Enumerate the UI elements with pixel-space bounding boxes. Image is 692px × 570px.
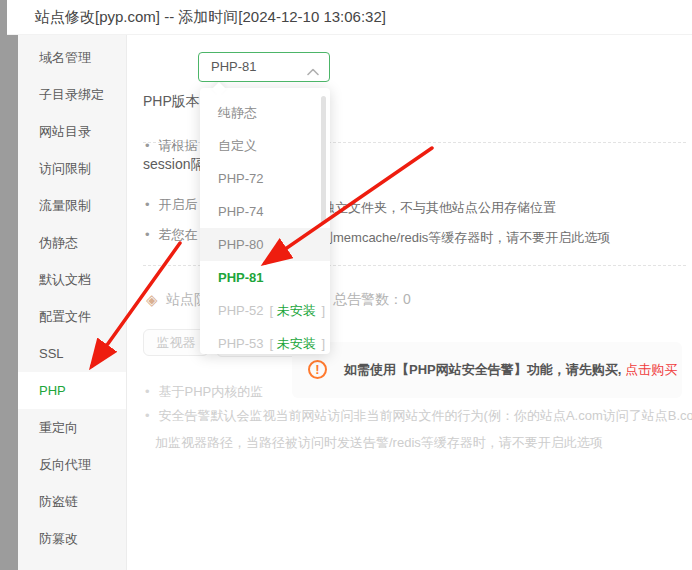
dropdown-option-php-80[interactable]: PHP-80 (200, 228, 330, 261)
dialog-title-bar: 站点修改[pyp.com] -- 添加时间[2024-12-10 13:06:3… (7, 0, 692, 35)
option-label: PHP-74 (218, 204, 264, 219)
option-label: PHP-81 (218, 270, 264, 285)
bracket-open: [ (270, 336, 277, 351)
note-security-line1: 安全告警默认会监视当前网站访问非当前网站文件的行为(例：你的站点A.com访问了… (145, 407, 692, 425)
sidebar-item-traffic-limit[interactable]: 流量限制 (18, 187, 126, 224)
bracket-open: [ (270, 303, 277, 318)
option-label: 纯静态 (218, 105, 257, 120)
option-label: PHP-52 (218, 303, 264, 318)
sidebar-item-reverse-proxy[interactable]: 反向代理 (18, 446, 126, 483)
sidebar-item-site-directory[interactable]: 网站目录 (18, 113, 126, 150)
warning-message: 如需使用【PHP网站安全告警】功能，请先购买, (344, 362, 621, 377)
sidebar-item-hotlink-protection[interactable]: 防盗链 (18, 483, 126, 520)
not-installed-badge: 未安装 (277, 303, 316, 318)
php-version-select[interactable]: PHP-81 (198, 52, 330, 82)
php-version-label: PHP版本 (143, 86, 200, 116)
option-label: PHP-80 (218, 237, 264, 252)
sidebar-item-php[interactable]: PHP (18, 372, 126, 409)
sidebar-item-subdir-binding[interactable]: 子目录绑定 (18, 76, 126, 113)
note-security-line2: 加监视器路径，当路径被访问时发送告警/redis等缓存器时，请不要开启此选项 (155, 434, 603, 452)
sidebar-item-ssl[interactable]: SSL (18, 335, 126, 372)
sidebar-item-default-document[interactable]: 默认文档 (18, 261, 126, 298)
page-edge-strip (0, 0, 18, 570)
site-modify-dialog: 站点修改[pyp.com] -- 添加时间[2024-12-10 13:06:3… (0, 0, 692, 570)
sidebar-item-domain-management[interactable]: 域名管理 (18, 39, 126, 76)
php-version-dropdown: 纯静态自定义PHP-72PHP-74PHP-80PHP-81PHP-52[ 未安… (200, 88, 330, 354)
bracket-close: ] (318, 336, 325, 351)
purchase-warning-box: ! 如需使用【PHP网站安全告警】功能，请先购买,点击购买 (292, 342, 682, 398)
option-label: PHP-72 (218, 171, 264, 186)
settings-sidebar: 域名管理子目录绑定网站目录访问限制流量限制伪静态默认文档配置文件SSLPHP重定… (18, 34, 127, 570)
dropdown-option-php-81[interactable]: PHP-81 (200, 261, 330, 294)
session-bullet-1-left: 开启后 (145, 196, 198, 214)
option-label: 自定义 (218, 138, 257, 153)
warning-text: 如需使用【PHP网站安全告警】功能，请先购买,点击购买 (344, 342, 677, 398)
bracket-close: ] (318, 303, 325, 318)
not-installed-badge: 未安装 (277, 336, 316, 351)
gem-icon: ◈ (146, 291, 158, 309)
dropdown-option-php-52[interactable]: PHP-52[ 未安装 ] (200, 294, 330, 327)
dropdown-scrollbar[interactable] (321, 96, 326, 224)
session-bullet-2-right: 到memcache/redis等缓存器时，请不要开启此选项 (320, 229, 610, 247)
php-version-selected-value: PHP-81 (211, 53, 257, 81)
total-alerts-label: 总告警数： (333, 291, 403, 307)
dropdown-option-custom[interactable]: 自定义 (200, 129, 330, 162)
total-alerts-count: 0 (403, 291, 411, 307)
purchase-link[interactable]: 点击购买 (625, 362, 677, 377)
sidebar-item-url-rewrite[interactable]: 伪静态 (18, 224, 126, 261)
session-bullet-2-left: 若您在 (145, 226, 198, 244)
dropdown-option-php-53[interactable]: PHP-53[ 未安装 ] (200, 327, 330, 354)
note-php-kernel: 基于PHP内核的监 (145, 383, 263, 401)
php-version-hint: 请根据 (145, 137, 198, 155)
total-alerts: 总告警数：0 (333, 291, 411, 309)
dropdown-option-php-74[interactable]: PHP-74 (200, 195, 330, 228)
dropdown-option-pure-static[interactable]: 纯静态 (200, 96, 330, 129)
sidebar-item-config-file[interactable]: 配置文件 (18, 298, 126, 335)
warning-icon: ! (308, 360, 327, 379)
option-label: PHP-53 (218, 336, 264, 351)
dropdown-option-php-72[interactable]: PHP-72 (200, 162, 330, 195)
chevron-up-icon (307, 62, 319, 80)
dialog-title: 站点修改[pyp.com] -- 添加时间[2024-12-10 13:06:3… (35, 0, 386, 34)
sidebar-item-access-limit[interactable]: 访问限制 (18, 150, 126, 187)
sidebar-item-redirect[interactable]: 重定向 (18, 409, 126, 446)
sidebar-item-tamper-proof[interactable]: 防篡改 (18, 520, 126, 557)
session-bullet-1-right: 独立文件夹，不与其他站点公用存储位置 (322, 199, 556, 217)
